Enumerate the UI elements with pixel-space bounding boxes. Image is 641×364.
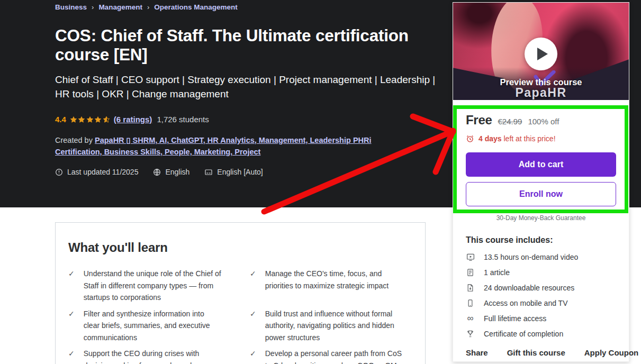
learn-item-text: Support the CEO during crises with decis… — [84, 348, 221, 364]
urgency-text: left at this price! — [502, 134, 556, 143]
instructor-link[interactable]: PapaHR ▯ SHRM, AI, ChatGPT, HR Analytics… — [55, 136, 372, 156]
learn-item-text: Filter and synthesize information into c… — [84, 308, 221, 344]
original-price: €24.99 — [498, 117, 522, 126]
closed-captions-icon — [204, 168, 213, 176]
discount-percent: 100% off — [528, 117, 559, 126]
learn-item: ✓ Filter and synthesize information into… — [68, 308, 231, 344]
mobile-icon — [466, 299, 475, 307]
learn-item: ✓ Manage the CEO's time, focus, and prio… — [250, 268, 412, 304]
includes-item-text: 24 downloadable resources — [484, 284, 574, 292]
breadcrumb: Business › Management › Operations Manag… — [55, 3, 436, 11]
rating-value: 4.4 — [55, 115, 66, 124]
share-link[interactable]: Share — [466, 348, 488, 357]
students-count: 1,726 students — [157, 115, 209, 124]
learn-item-text: Manage the CEO's time, focus, and priori… — [265, 268, 403, 304]
breadcrumb-link-operations-management[interactable]: Operations Management — [154, 3, 238, 11]
checkmark-icon: ✓ — [250, 348, 256, 364]
infinity-icon: ∞ — [466, 315, 475, 322]
checkmark-icon: ✓ — [250, 268, 256, 304]
globe-icon — [153, 168, 161, 176]
trophy-icon — [466, 330, 475, 338]
star-icon — [78, 116, 85, 123]
article-icon — [466, 268, 475, 277]
star-half-icon — [103, 116, 110, 123]
course-preview-video[interactable]: Preview this course PapaHR — [453, 3, 629, 100]
language-text: English — [165, 168, 189, 176]
update-alert-icon — [55, 168, 63, 176]
includes-item-text: Certificate of completion — [484, 330, 563, 338]
checkmark-icon: ✓ — [68, 308, 75, 344]
rating-row: 4.4 (6 ratings) 1,726 students — [55, 115, 436, 124]
gift-course-link[interactable]: Gift this course — [507, 348, 565, 357]
includes-item: 1 article — [466, 268, 616, 277]
brand-logo: PapaHR — [453, 86, 629, 100]
urgency-days: 4 days — [479, 134, 502, 143]
includes-item-text: 1 article — [484, 268, 510, 277]
money-back-guarantee: 30-Day Money-Back Guarantee — [466, 214, 616, 222]
star-icon — [86, 116, 94, 123]
includes-item-text: Access on mobile and TV — [484, 299, 568, 307]
breadcrumb-link-management[interactable]: Management — [98, 3, 142, 11]
breadcrumb-link-business[interactable]: Business — [55, 3, 87, 11]
purchase-sidebar-card: Preview this course PapaHR Free €24.99 1… — [453, 2, 629, 362]
captions-text: English [Auto] — [217, 168, 263, 176]
current-price: Free — [466, 113, 492, 128]
includes-item-text: 13.5 hours on-demand video — [484, 253, 578, 261]
urgency-banner: 4 days left at this price! — [466, 134, 616, 143]
add-to-cart-button[interactable]: Add to cart — [466, 152, 616, 177]
includes-item: 24 downloadable resources — [466, 284, 616, 292]
secondary-actions-row: Share Gift this course Apply Coupon — [466, 348, 616, 357]
enroll-now-button[interactable]: Enroll now — [466, 182, 616, 206]
price-row: Free €24.99 100% off — [466, 113, 616, 128]
chevron-right-icon: › — [147, 3, 149, 11]
includes-item: Certificate of completion — [466, 330, 616, 338]
includes-item: Access on mobile and TV — [466, 299, 616, 307]
course-meta-row: Last updated 11/2025 English English [Au… — [55, 168, 436, 176]
download-icon — [466, 284, 475, 292]
ratings-count-link[interactable]: (6 ratings) — [114, 115, 152, 124]
learn-items-grid: ✓ Understand the unique role of the Chie… — [68, 268, 412, 364]
learn-item-text: Understand the unique role of the Chief … — [84, 268, 221, 304]
apply-coupon-link[interactable]: Apply Coupon — [584, 348, 638, 357]
learn-item: ✓ Understand the unique role of the Chie… — [68, 268, 231, 304]
course-subtitle: Chief of Staff | CEO support | Strategy … — [55, 72, 436, 101]
last-updated-text: Last updated 11/2025 — [67, 168, 138, 176]
star-rating-icons — [70, 116, 110, 123]
created-by-row: Created by PapaHR ▯ SHRM, AI, ChatGPT, H… — [55, 134, 420, 158]
course-includes-list: 13.5 hours on-demand video 1 article 24 … — [466, 253, 616, 338]
learn-item-text: Build trust and influence without formal… — [265, 308, 403, 344]
star-icon — [70, 116, 77, 123]
course-title: COS: Chief of Staff. The Ultimate certif… — [55, 26, 436, 64]
checkmark-icon: ✓ — [68, 268, 75, 304]
play-button[interactable] — [525, 38, 557, 70]
alarm-clock-icon — [466, 134, 474, 143]
includes-item-text: Full lifetime access — [484, 314, 546, 323]
checkmark-icon: ✓ — [68, 348, 75, 364]
created-by-label: Created by — [55, 136, 95, 144]
learn-item: ✓ Build trust and influence without form… — [250, 308, 412, 344]
chevron-right-icon: › — [92, 3, 94, 11]
play-icon — [537, 48, 548, 60]
video-icon — [466, 253, 475, 261]
what-youll-learn-card: What you'll learn ✓ Understand the uniqu… — [55, 222, 426, 364]
what-youll-learn-title: What you'll learn — [68, 240, 412, 255]
checkmark-icon: ✓ — [250, 308, 256, 344]
course-includes-title: This course includes: — [466, 235, 616, 245]
learn-item-text: Develop a personal career path from CoS … — [265, 348, 403, 364]
star-icon — [94, 116, 102, 123]
includes-item: 13.5 hours on-demand video — [466, 253, 616, 261]
learn-item: ✓ Support the CEO during crises with dec… — [68, 348, 231, 364]
includes-item: ∞ Full lifetime access — [466, 314, 616, 323]
learn-item: ✓ Develop a personal career path from Co… — [250, 348, 412, 364]
